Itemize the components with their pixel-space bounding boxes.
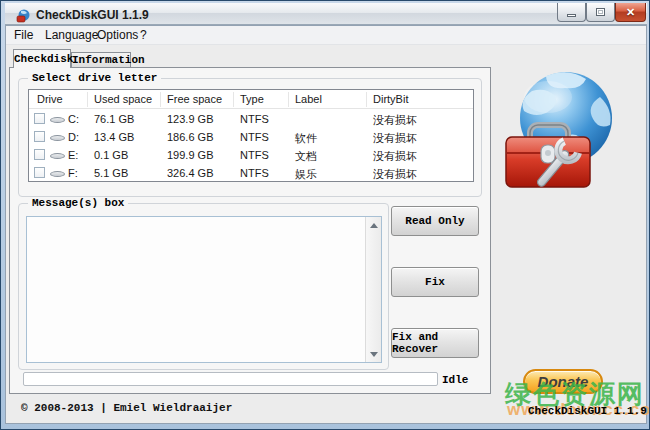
table-row-e[interactable]: E: 0.1 GB 199.9 GB NTFS 文档 没有损坏 [29,146,473,164]
minimize-icon [567,14,576,17]
col-dirtybit[interactable]: DirtyBit [373,93,408,105]
close-button[interactable]: ✕ [615,3,646,22]
cell-dirtybit: 没有损坏 [373,167,417,182]
drive-group-label: Select drive letter [28,72,161,84]
drive-table: Drive Used space Free space Type Label D… [28,89,474,182]
drive-checkbox[interactable] [34,131,45,142]
table-row-c[interactable]: C: 76.1 GB 123.9 GB NTFS 没有损坏 [29,110,473,128]
header-separator [233,92,234,107]
status-text: Idle [442,374,468,386]
cell-free: 186.6 GB [167,131,213,143]
tab-information[interactable]: Information [71,52,131,67]
drive-table-header: Drive Used space Free space Type Label D… [29,90,473,109]
col-used-space[interactable]: Used space [94,93,152,105]
cell-dirtybit: 没有损坏 [373,113,417,128]
cell-free: 326.4 GB [167,167,213,179]
cell-type: NTFS [240,149,269,161]
app-icon [16,9,30,23]
drive-icon [50,135,65,141]
drive-icon [50,153,65,159]
cell-drive: C: [68,113,79,125]
cell-label: 娱乐 [295,167,317,182]
message-textarea[interactable] [26,216,382,363]
header-separator [366,92,367,107]
header-separator [87,92,88,107]
drive-icon [50,171,65,177]
window-title: CheckDiskGUI 1.1.9 [36,8,149,22]
col-free-space[interactable]: Free space [167,93,222,105]
menu-file[interactable]: File [14,28,33,42]
copyright-text: © 2008-2013 | Emiel Wieldraaijer [21,402,232,414]
col-drive[interactable]: Drive [37,93,63,105]
fix-and-recover-button[interactable]: Fix and Recover [391,328,479,358]
menu-help[interactable]: ? [140,28,147,42]
title-bar[interactable]: CheckDiskGUI 1.1.9 [5,3,647,25]
tab-checkdisk[interactable]: Checkdisk [13,49,71,68]
col-type[interactable]: Type [240,93,264,105]
scrollbar-up-icon [370,223,378,228]
scrollbar-up-button[interactable] [366,217,381,233]
message-scrollbar[interactable] [365,217,381,362]
cell-dirtybit: 没有损坏 [373,149,417,164]
maximize-button[interactable] [586,3,615,22]
header-separator [288,92,289,107]
app-window: CheckDiskGUI 1.1.9 ✕ File Language Optio… [0,0,650,430]
watermark-version-text: CheckDiskGUI 1.1.9 [528,405,647,417]
cell-type: NTFS [240,167,269,179]
cell-label: 软件 [295,131,317,146]
table-row-d[interactable]: D: 13.4 GB 186.6 GB NTFS 软件 没有损坏 [29,128,473,146]
header-separator [160,92,161,107]
menu-options[interactable]: Options [97,28,138,42]
globe-toolbox-logo [504,69,616,191]
cell-used: 5.1 GB [94,167,128,179]
cell-free: 199.9 GB [167,149,213,161]
menu-language[interactable]: Language [45,28,98,42]
table-row-f[interactable]: F: 5.1 GB 326.4 GB NTFS 娱乐 没有损坏 [29,164,473,182]
cell-label: 文档 [295,149,317,164]
cell-dirtybit: 没有损坏 [373,131,417,146]
fix-button[interactable]: Fix [391,267,479,297]
minimize-button[interactable] [557,3,586,22]
message-group-label: Message(s) box [28,197,128,209]
drive-checkbox[interactable] [34,113,45,124]
col-label[interactable]: Label [295,93,322,105]
read-only-button[interactable]: Read Only [391,206,479,236]
cell-free: 123.9 GB [167,113,213,125]
cell-used: 0.1 GB [94,149,128,161]
scrollbar-down-icon [370,352,378,357]
close-icon: ✕ [626,6,635,19]
cell-drive: D: [68,131,79,143]
cell-used: 13.4 GB [94,131,134,143]
maximize-icon [596,8,605,16]
cell-drive: E: [68,149,78,161]
cell-used: 76.1 GB [94,113,134,125]
cell-type: NTFS [240,131,269,143]
scrollbar-down-button[interactable] [366,346,381,362]
cell-drive: F: [68,167,78,179]
drive-icon [50,117,65,123]
progress-bar [23,372,438,386]
drive-checkbox[interactable] [34,167,45,178]
drive-checkbox[interactable] [34,149,45,160]
cell-type: NTFS [240,113,269,125]
